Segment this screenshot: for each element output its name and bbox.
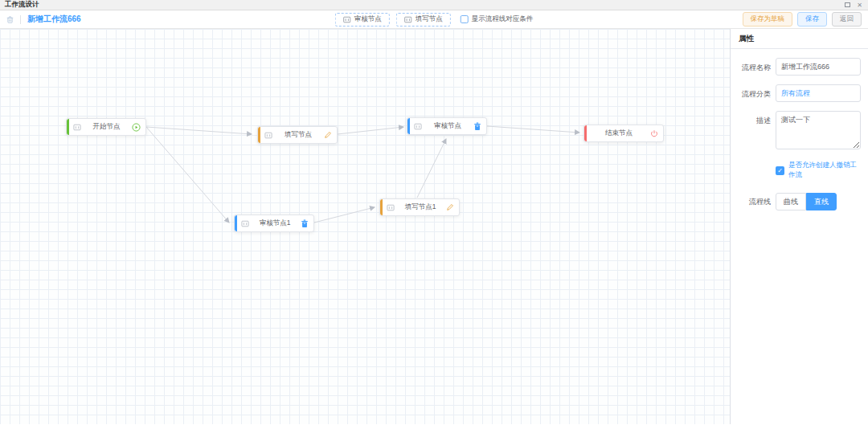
window-title: 工作流设计: [5, 0, 39, 10]
node-label: 审核节点1: [252, 219, 297, 228]
add-fill-node-button[interactable]: 填写节点: [396, 13, 451, 27]
allow-revoke-checkbox[interactable]: ✓: [776, 166, 784, 175]
delete-workflow-icon[interactable]: [6, 16, 14, 23]
trash-icon[interactable]: [473, 122, 481, 131]
add-fill-node-label: 填写节点: [416, 14, 443, 24]
node-color-bar: [258, 127, 260, 143]
pencil-icon[interactable]: [446, 203, 454, 211]
edge-review1-fill1: [314, 207, 375, 223]
straight-line-button[interactable]: 直线: [806, 193, 837, 210]
flow-node-review1[interactable]: 审核节点1: [234, 215, 314, 232]
edge-fill1-review: [417, 139, 446, 198]
trash-icon[interactable]: [301, 219, 309, 228]
node-color-bar: [67, 119, 69, 135]
node-color-bar: [380, 199, 383, 215]
flow-node-fill[interactable]: 填写节点: [257, 126, 338, 144]
flow-node-end[interactable]: 结束节点: [583, 125, 664, 142]
toolbar-divider: [20, 15, 21, 24]
name-input[interactable]: [776, 58, 861, 76]
category-field-label: 流程分类: [734, 84, 771, 100]
node-color-bar: [407, 118, 410, 134]
node-label: 填写节点1: [398, 202, 443, 212]
card-icon: [73, 124, 81, 131]
toolbar: 新增工作流666 审核节点 填写节点 显示流程线对应条件 保存为草稿 保存 返回: [0, 10, 868, 29]
node-label: 开始节点: [84, 122, 129, 132]
properties-panel: 属性 流程名称 流程分类 所有流程 描述 测试一下 ✓ 是否允许创建人撤销工作流…: [730, 29, 868, 424]
name-field-label: 流程名称: [734, 58, 771, 73]
pencil-icon[interactable]: [324, 131, 332, 139]
show-condition-checkbox[interactable]: [461, 15, 469, 23]
add-review-node-label: 审核节点: [354, 14, 382, 24]
flow-node-start[interactable]: 开始节点: [66, 118, 146, 136]
workflow-canvas[interactable]: 开始节点 填写节点 审核节点: [0, 29, 730, 424]
node-label: 填写节点: [276, 130, 321, 140]
node-label: 结束节点: [591, 129, 647, 138]
edge-start-fill: [146, 127, 252, 134]
edge-layer: [0, 29, 730, 424]
workflow-name[interactable]: 新增工作流666: [27, 14, 81, 25]
maximize-icon[interactable]: [844, 2, 851, 9]
play-icon[interactable]: [132, 123, 141, 132]
line-type-toggle: 曲线 直线: [776, 193, 837, 210]
card-icon: [387, 204, 395, 211]
category-select[interactable]: 所有流程: [776, 84, 861, 102]
line-type-label: 流程线: [734, 197, 771, 207]
description-field-label: 描述: [734, 111, 771, 126]
save-draft-button[interactable]: 保存为草稿: [743, 12, 793, 27]
flow-node-fill1[interactable]: 填写节点1: [379, 198, 460, 216]
curve-line-button[interactable]: 曲线: [776, 193, 806, 210]
card-icon: [264, 132, 272, 139]
description-textarea[interactable]: 测试一下: [776, 111, 861, 149]
show-condition-label: 显示流程线对应条件: [472, 14, 534, 24]
allow-revoke-label: 是否允许创建人撤销工作流: [788, 161, 862, 180]
edge-fill-review: [338, 127, 403, 134]
edge-start-review1: [146, 127, 229, 223]
node-label: 审核节点: [425, 121, 470, 131]
panel-title: 属性: [731, 29, 868, 49]
node-chip-icon: [404, 16, 412, 23]
node-color-bar: [235, 215, 237, 231]
close-icon[interactable]: ✕: [856, 2, 863, 9]
window-titlebar: 工作流设计 ✕: [0, 0, 868, 10]
save-button[interactable]: 保存: [797, 12, 827, 27]
power-icon[interactable]: [650, 129, 658, 138]
edge-review-end: [487, 126, 579, 133]
flow-node-review[interactable]: 审核节点: [407, 117, 487, 135]
card-icon: [241, 220, 249, 227]
back-button[interactable]: 返回: [832, 12, 862, 27]
node-color-bar: [584, 125, 587, 141]
card-icon: [414, 123, 422, 130]
node-chip-icon: [343, 16, 351, 23]
add-review-node-button[interactable]: 审核节点: [335, 13, 390, 27]
